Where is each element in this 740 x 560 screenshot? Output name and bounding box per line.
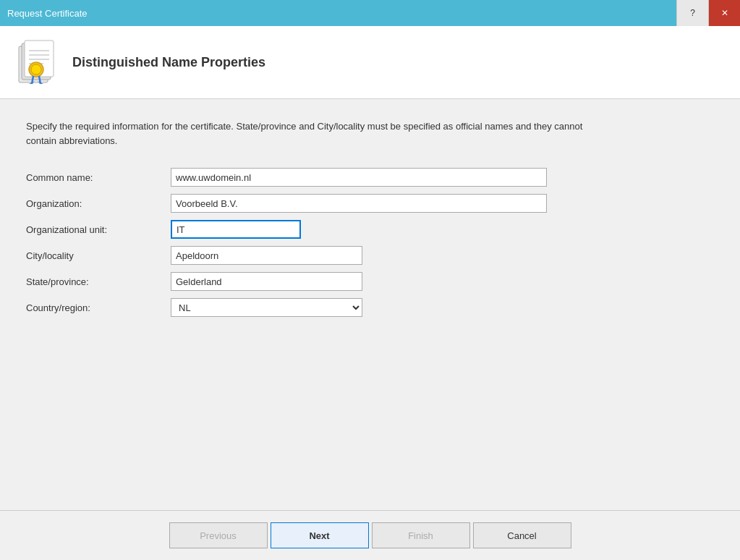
- window-title: Request Certificate: [7, 8, 88, 19]
- organization-label: Organization:: [26, 198, 171, 209]
- request-certificate-window: Request Certificate ? ✕: [0, 0, 740, 560]
- city-row: City/locality: [26, 246, 714, 265]
- finish-button[interactable]: Finish: [372, 522, 470, 548]
- svg-point-8: [31, 64, 41, 75]
- organization-row: Organization:: [26, 194, 714, 213]
- cancel-button[interactable]: Cancel: [473, 522, 571, 548]
- country-row: Country/region: NL US DE GB FR: [26, 298, 714, 317]
- description-text: Specify the required information for the…: [26, 119, 590, 148]
- city-label: City/locality: [26, 250, 171, 261]
- country-select[interactable]: NL US DE GB FR: [171, 298, 362, 317]
- footer-section: Previous Next Finish Cancel: [0, 510, 740, 560]
- next-button[interactable]: Next: [271, 522, 369, 548]
- state-label: State/province:: [26, 276, 171, 287]
- state-input[interactable]: [171, 272, 362, 291]
- city-input[interactable]: [171, 246, 362, 265]
- close-button[interactable]: ✕: [708, 0, 740, 26]
- org-unit-label: Organizational unit:: [26, 224, 171, 235]
- content-area: Specify the required information for the…: [0, 99, 740, 510]
- org-unit-input[interactable]: [171, 220, 301, 239]
- page-title: Distinguished Name Properties: [72, 55, 265, 70]
- help-button[interactable]: ?: [676, 0, 708, 26]
- country-label: Country/region:: [26, 302, 171, 313]
- previous-button[interactable]: Previous: [169, 522, 268, 548]
- title-bar: Request Certificate ? ✕: [0, 0, 740, 26]
- form-table: Common name: Organization: Organizationa…: [26, 168, 714, 317]
- common-name-label: Common name:: [26, 172, 171, 183]
- organization-input[interactable]: [171, 194, 547, 213]
- org-unit-row: Organizational unit:: [26, 220, 714, 239]
- state-row: State/province:: [26, 272, 714, 291]
- common-name-row: Common name:: [26, 168, 714, 187]
- certificate-icon: [14, 39, 61, 85]
- window-body: Distinguished Name Properties Specify th…: [0, 26, 740, 560]
- header-section: Distinguished Name Properties: [0, 26, 740, 99]
- title-bar-buttons: ? ✕: [676, 0, 740, 26]
- common-name-input[interactable]: [171, 168, 547, 187]
